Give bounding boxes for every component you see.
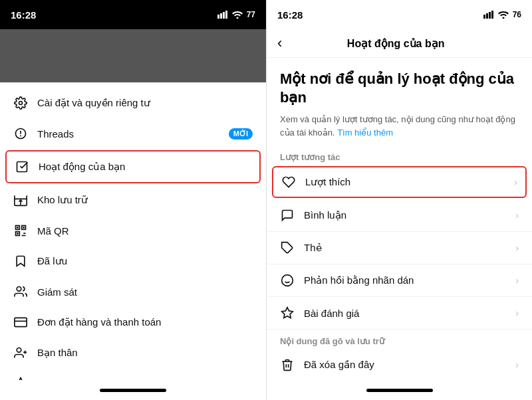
deleted-chevron: › bbox=[515, 359, 519, 370]
left-time: 16:28 bbox=[11, 9, 36, 21]
comments-label: Bình luận bbox=[304, 209, 506, 221]
left-home-indicator bbox=[100, 389, 166, 392]
menu-item-qr[interactable]: Mã QR bbox=[0, 215, 266, 246]
right-bottom-bar bbox=[267, 380, 532, 400]
favorites-label: Yêu thích bbox=[37, 378, 253, 381]
list-item-likes[interactable]: Lượt thích › bbox=[272, 166, 527, 198]
tags-chevron: › bbox=[515, 243, 519, 253]
svg-rect-28 bbox=[486, 13, 488, 19]
left-bottom-bar bbox=[0, 380, 266, 400]
comment-icon bbox=[280, 208, 295, 223]
comments-chevron: › bbox=[515, 210, 519, 221]
right-time: 16:28 bbox=[277, 9, 303, 21]
right-nav-title: Hoạt động của bạn bbox=[290, 37, 501, 50]
svg-rect-6 bbox=[17, 162, 27, 172]
svg-rect-0 bbox=[217, 15, 219, 19]
right-signal-icon bbox=[483, 11, 494, 19]
orders-label: Đơn đặt hàng và thanh toán bbox=[37, 316, 253, 328]
threads-icon bbox=[13, 126, 28, 141]
list-item-tags[interactable]: Thẻ › bbox=[267, 232, 532, 264]
right-hero-title: Một nơi để quản lý hoạt động của bạn bbox=[280, 70, 519, 106]
reactions-label: Phản hồi bằng nhãn dán bbox=[304, 274, 506, 286]
svg-rect-29 bbox=[489, 12, 491, 19]
svg-rect-1 bbox=[220, 13, 222, 19]
activity-icon bbox=[15, 159, 29, 174]
threads-badge: MỚI bbox=[229, 128, 253, 140]
emoji-icon bbox=[280, 273, 295, 288]
gear-icon bbox=[13, 96, 28, 110]
battery-right: 76 bbox=[513, 10, 521, 19]
list-item-reactions[interactable]: Phản hồi bằng nhãn dán › bbox=[267, 264, 532, 297]
svg-point-23 bbox=[17, 348, 21, 353]
svg-rect-11 bbox=[17, 227, 19, 229]
archive-icon bbox=[13, 193, 28, 207]
section-header-interactions: Lượt tương tác bbox=[267, 146, 532, 165]
left-menu: Cài đặt và quyền riêng tư Threads MỚI Ho… bbox=[0, 82, 266, 380]
tag-icon bbox=[280, 241, 295, 255]
menu-item-orders[interactable]: Đơn đặt hàng và thanh toán bbox=[0, 307, 266, 338]
list-item-deleted[interactable]: Đã xóa gần đây › bbox=[267, 349, 532, 380]
wifi-icon bbox=[232, 11, 243, 19]
svg-rect-3 bbox=[225, 11, 227, 19]
svg-rect-13 bbox=[17, 233, 19, 235]
left-status-icons: 77 bbox=[217, 10, 255, 19]
svg-point-20 bbox=[17, 287, 21, 292]
threads-label: Threads bbox=[37, 128, 219, 140]
signal-icon bbox=[217, 11, 228, 19]
left-status-bar: 16:28 77 bbox=[0, 0, 266, 29]
card-icon bbox=[13, 315, 28, 330]
hero-desc-text: Xem và quản lý lượt tương tác, nội dung … bbox=[280, 114, 515, 138]
heart-icon bbox=[281, 175, 296, 189]
back-arrow[interactable]: ‹ bbox=[277, 35, 282, 52]
menu-item-activity[interactable]: Hoạt động của bạn bbox=[5, 150, 261, 183]
right-list-scroll: Lượt tương tác Lượt thích › Bình luận › … bbox=[267, 146, 532, 380]
menu-item-threads[interactable]: Threads MỚI bbox=[0, 118, 266, 149]
trash-icon bbox=[280, 357, 295, 372]
right-nav: ‹ Hoạt động của bạn bbox=[267, 29, 532, 58]
reactions-chevron: › bbox=[515, 275, 519, 286]
svg-point-31 bbox=[502, 17, 504, 19]
right-hero: Một nơi để quản lý hoạt động của bạn Xem… bbox=[267, 58, 532, 146]
star-icon bbox=[13, 376, 28, 380]
list-item-reviews[interactable]: Bài đánh giá › bbox=[267, 297, 532, 330]
review-icon bbox=[280, 306, 295, 320]
left-avatar-area bbox=[0, 29, 266, 82]
friends-label: Bạn thân bbox=[37, 347, 253, 359]
hero-learn-more-link[interactable]: Tìm hiểu thêm bbox=[337, 128, 393, 138]
left-panel: 16:28 77 Cài đặt và quyền riêng tư Threa… bbox=[0, 0, 266, 400]
likes-label: Lượt thích bbox=[305, 176, 505, 188]
menu-item-settings[interactable]: Cài đặt và quyền riêng tư bbox=[0, 88, 266, 118]
svg-rect-12 bbox=[23, 227, 25, 229]
likes-chevron: › bbox=[514, 177, 517, 187]
battery-left: 77 bbox=[247, 10, 255, 19]
svg-rect-30 bbox=[491, 11, 493, 19]
menu-item-friends[interactable]: Bạn thân bbox=[0, 338, 266, 368]
friends-icon bbox=[13, 346, 28, 360]
svg-point-33 bbox=[282, 275, 293, 286]
menu-item-supervision[interactable]: Giám sát bbox=[0, 276, 266, 307]
activity-label: Hoạt động của bạn bbox=[39, 161, 251, 173]
menu-item-saved[interactable]: Đã lưu bbox=[0, 246, 266, 276]
qr-label: Mã QR bbox=[37, 225, 253, 237]
saved-label: Đã lưu bbox=[37, 255, 253, 267]
archive-label: Kho lưu trữ bbox=[37, 194, 253, 206]
deleted-label: Đã xóa gần đây bbox=[304, 359, 506, 371]
right-wifi-icon bbox=[498, 11, 509, 19]
svg-rect-21 bbox=[15, 318, 27, 326]
menu-item-favorites[interactable]: Yêu thích bbox=[0, 368, 266, 380]
section-header-content: Nội dung đã gõ và lưu trữ bbox=[267, 330, 532, 349]
list-item-comments[interactable]: Bình luận › bbox=[267, 199, 532, 232]
reviews-chevron: › bbox=[515, 308, 519, 318]
qr-icon bbox=[13, 223, 28, 238]
right-status-icons: 76 bbox=[483, 10, 521, 19]
right-hero-desc: Xem và quản lý lượt tương tác, nội dung … bbox=[280, 113, 519, 139]
menu-item-archive[interactable]: Kho lưu trữ bbox=[0, 185, 266, 215]
supervision-label: Giám sát bbox=[37, 286, 253, 298]
svg-rect-2 bbox=[223, 12, 225, 19]
settings-label: Cài đặt và quyền riêng tư bbox=[37, 97, 253, 109]
right-panel: 16:28 76 ‹ Hoạt động của bạn Một nơi để … bbox=[266, 0, 532, 400]
svg-rect-27 bbox=[483, 15, 485, 19]
svg-point-5 bbox=[19, 102, 23, 105]
svg-marker-26 bbox=[15, 378, 27, 380]
bookmark-icon bbox=[13, 254, 28, 268]
